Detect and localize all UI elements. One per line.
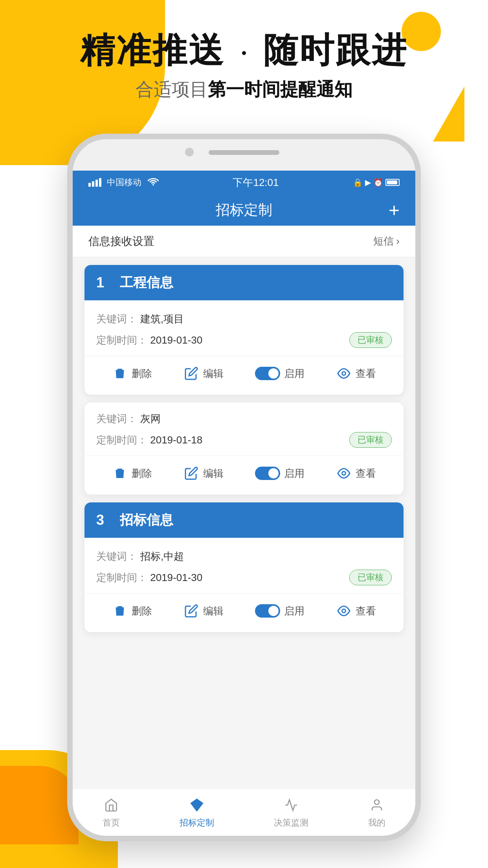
delete-button-3[interactable]: 删除 <box>112 603 152 619</box>
edit-icon-2 <box>183 465 199 481</box>
add-button[interactable]: + <box>389 199 400 221</box>
eye-icon-1 <box>336 366 352 381</box>
nav-title: 招标定制 <box>216 200 272 220</box>
card-item-1: 1 工程信息 关键词： 建筑,项目 定制时间： 2019-01-30 已审核 <box>84 265 404 395</box>
bottom-nav: 首页 招标定制 决策监测 <box>73 789 415 836</box>
date-text-1: 定制时间： 2019-01-30 <box>96 333 202 347</box>
edit-label-3: 编辑 <box>203 604 224 618</box>
status-badge-2: 已审核 <box>349 432 392 448</box>
status-left: 中国移动 <box>88 177 159 188</box>
info-receive-label: 信息接收设置 <box>88 234 154 249</box>
card-date-row-1: 定制时间： 2019-01-30 已审核 <box>96 332 392 348</box>
date-text-2: 定制时间： 2019-01-18 <box>96 433 202 447</box>
trash-icon-1 <box>112 366 128 381</box>
phone-screen: 中国移动 下午12:01 🔒 ▶ ⏰ <box>73 171 415 836</box>
svg-point-1 <box>342 472 346 475</box>
location-icon: ▶ <box>365 178 371 187</box>
chart-icon <box>283 796 300 814</box>
card-keywords-row-2: 关键词： 灰网 <box>96 412 392 426</box>
view-label-1: 查看 <box>356 367 376 381</box>
card-body-3: 关键词： 招标,中超 定制时间： 2019-01-30 已审核 <box>84 538 404 632</box>
nav-item-mine[interactable]: 我的 <box>368 796 385 829</box>
battery-icon <box>385 179 400 186</box>
nav-bar: 招标定制 + <box>73 194 415 226</box>
chevron-right-icon: › <box>396 235 400 247</box>
diamond-icon <box>188 796 205 814</box>
toggle-label-2: 启用 <box>284 467 305 480</box>
alarm-icon: ⏰ <box>373 178 383 187</box>
home-icon <box>103 796 120 814</box>
wifi-icon <box>148 177 159 188</box>
card-item-3: 3 招标信息 关键词： 招标,中超 定制时间： 2019-01-30 已审核 <box>84 502 404 632</box>
delete-label-2: 删除 <box>132 467 152 480</box>
card-number-1: 1 <box>96 274 112 291</box>
svg-point-0 <box>342 372 346 375</box>
nav-item-bid[interactable]: 招标定制 <box>180 796 214 829</box>
status-badge-1: 已审核 <box>349 332 392 348</box>
info-receive-value: 短信 › <box>373 234 400 248</box>
trash-icon-3 <box>112 603 128 619</box>
date-text-3: 定制时间： 2019-01-30 <box>96 571 202 585</box>
view-label-2: 查看 <box>356 467 376 480</box>
nav-item-home[interactable]: 首页 <box>103 796 120 829</box>
toggle-label-3: 启用 <box>284 604 305 618</box>
delete-label-1: 删除 <box>132 367 152 381</box>
edit-button-2[interactable]: 编辑 <box>183 465 224 481</box>
keywords-value-1: 建筑,项目 <box>140 312 184 326</box>
card-header-3: 3 招标信息 <box>84 502 404 538</box>
phone-speaker <box>209 150 279 155</box>
nav-home-label: 首页 <box>103 817 120 829</box>
card-actions-2: 删除 编辑 <box>96 456 392 491</box>
toggle-button-1[interactable]: 启用 <box>255 367 305 381</box>
eye-icon-3 <box>336 603 352 619</box>
toggle-switch-2 <box>255 467 280 480</box>
card-number-3: 3 <box>96 512 112 528</box>
delete-label-3: 删除 <box>132 604 152 618</box>
toggle-label-1: 启用 <box>284 367 305 381</box>
view-button-2[interactable]: 查看 <box>336 465 376 481</box>
edit-label-2: 编辑 <box>203 467 224 480</box>
toggle-switch-1 <box>255 367 280 380</box>
card-list: 1 工程信息 关键词： 建筑,项目 定制时间： 2019-01-30 已审核 <box>73 257 415 640</box>
subtitle-normal: 合适项目 <box>136 79 208 99</box>
view-button-3[interactable]: 查看 <box>336 603 376 619</box>
card-header-1: 1 工程信息 <box>84 265 404 300</box>
nav-monitor-label: 决策监测 <box>274 817 308 829</box>
header-dot <box>242 51 246 55</box>
edit-button-3[interactable]: 编辑 <box>183 603 224 619</box>
edit-button-1[interactable]: 编辑 <box>183 366 224 381</box>
view-button-1[interactable]: 查看 <box>336 366 376 381</box>
header-title-part1: 精准推送 <box>80 31 225 70</box>
subtitle-highlight: 第一时间提醒通知 <box>208 79 352 99</box>
phone-mockup: 中国移动 下午12:01 🔒 ▶ ⏰ <box>67 134 421 841</box>
edit-label-1: 编辑 <box>203 367 224 381</box>
info-receive-row[interactable]: 信息接收设置 短信 › <box>73 226 415 257</box>
card-item-2: 关键词： 灰网 定制时间： 2019-01-18 已审核 <box>84 403 404 495</box>
toggle-button-3[interactable]: 启用 <box>255 604 305 618</box>
header-subtitle: 合适项目第一时间提醒通知 <box>0 77 488 102</box>
delete-button-1[interactable]: 删除 <box>112 366 152 381</box>
carrier-name: 中国移动 <box>107 177 141 188</box>
card-keywords-row-3: 关键词： 招标,中超 <box>96 550 392 563</box>
eye-icon-2 <box>336 465 352 481</box>
nav-bid-label: 招标定制 <box>180 817 214 829</box>
nav-item-monitor[interactable]: 决策监测 <box>274 796 308 829</box>
card-date-row-2: 定制时间： 2019-01-18 已审核 <box>96 432 392 448</box>
lock-icon: 🔒 <box>353 178 363 187</box>
status-bar: 中国移动 下午12:01 🔒 ▶ ⏰ <box>73 171 415 194</box>
card-keywords-row-1: 关键词： 建筑,项目 <box>96 312 392 326</box>
status-time: 下午12:01 <box>233 176 279 189</box>
header-title-part2: 随时跟进 <box>263 31 408 70</box>
toggle-button-2[interactable]: 启用 <box>255 467 305 480</box>
svg-point-2 <box>342 609 346 613</box>
phone-camera <box>185 148 194 156</box>
card-actions-1: 删除 编辑 <box>96 356 392 391</box>
header-section: 精准推送 随时跟进 合适项目第一时间提醒通知 <box>0 31 488 102</box>
header-title: 精准推送 随时跟进 <box>0 31 488 70</box>
view-label-3: 查看 <box>356 604 376 618</box>
edit-icon-1 <box>183 366 199 381</box>
delete-button-2[interactable]: 删除 <box>112 465 152 481</box>
nav-mine-label: 我的 <box>368 817 385 829</box>
signal-icon <box>88 178 101 187</box>
card-actions-3: 删除 编辑 <box>96 594 392 628</box>
